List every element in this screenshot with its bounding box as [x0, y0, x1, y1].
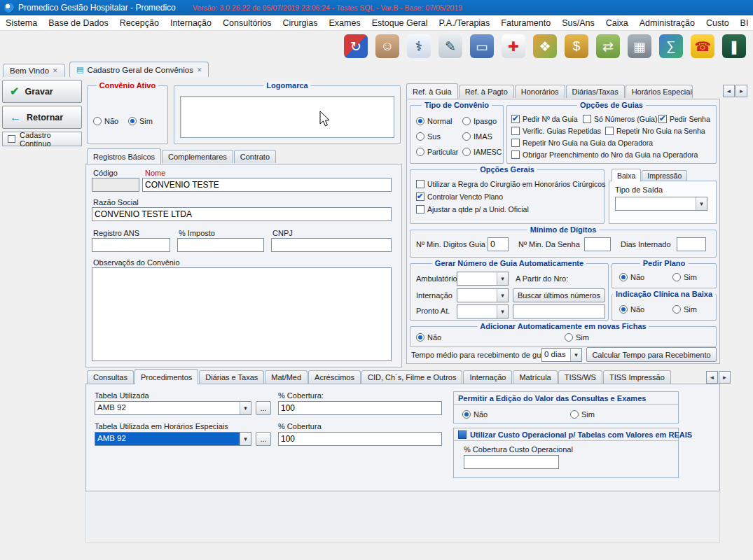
checkbox-repetir-nro-senha[interactable]: Repetir Nro Guia na Senha	[605, 127, 705, 135]
tab-cid-chs-filme[interactable]: CID, Ch´s, Filme e Outros	[361, 370, 463, 384]
book-icon[interactable]: ❚	[722, 34, 746, 58]
radio-permitir-nao[interactable]: Não	[462, 410, 488, 419]
bed-icon[interactable]: ▭	[470, 34, 494, 58]
ambulatorio-select[interactable]: ▾	[457, 272, 509, 286]
cobertura2-field[interactable]	[278, 432, 442, 446]
radio-indicacao-sim[interactable]: Sim	[672, 305, 697, 314]
menu-custo[interactable]: Custo	[700, 18, 735, 28]
menu-sistema[interactable]: Sistema	[0, 18, 43, 28]
razao-social-field[interactable]	[92, 207, 392, 221]
radio-adicionar-nao[interactable]: Não	[416, 333, 441, 342]
close-icon[interactable]: ✕	[53, 67, 58, 74]
map-icon[interactable]: ❖	[533, 34, 557, 58]
tab-acrescimos[interactable]: Acréscimos	[308, 370, 361, 384]
tab-tiss-impressao[interactable]: TISS Impressão	[603, 370, 671, 384]
calculator-icon[interactable]: ∑	[659, 34, 683, 58]
tab-cadastro-convenios[interactable]: ▤ Cadastro Geral de Convênios ✕	[69, 62, 209, 77]
checkbox-repetir-nro-guia-operadora[interactable]: Repetir Nro Guia na Guia da Operadora	[511, 139, 653, 147]
tabela-browse-button[interactable]: ...	[256, 401, 271, 415]
menu-bi[interactable]: BI	[735, 18, 753, 28]
min-digitos-guia-field[interactable]	[488, 237, 509, 251]
checkbox-pedir-senha[interactable]: Pedir Senha	[658, 115, 710, 123]
tab-procedimentos[interactable]: Procedimentos	[134, 369, 198, 384]
cadastro-continuo-toggle[interactable]: Cadastro Contínuo	[2, 132, 82, 146]
retornar-button[interactable]: ← Retornar	[2, 106, 82, 129]
tabela-utilizada-select[interactable]: AMB 92▾	[95, 401, 251, 415]
tempo-medio-select[interactable]: 0 dias▾	[541, 348, 582, 362]
menu-estoque-geral[interactable]: Estoque Geral	[366, 18, 434, 28]
tab-impressao[interactable]: Impressão	[642, 170, 687, 181]
checkbox-regra-cirurgiao[interactable]: Utilizar a Regra do Cirurgião em Honorár…	[416, 180, 605, 188]
cobertura-field[interactable]	[278, 401, 442, 415]
menu-pa-terapias[interactable]: P.A./Terapias	[434, 18, 496, 28]
tab-tiss-ws[interactable]: TISS/WS	[558, 370, 602, 384]
checkbox-so-numeros[interactable]: Só Números (Guia)	[583, 115, 657, 123]
tabela-especiais-select[interactable]: AMB 92▾	[95, 432, 251, 446]
radio-convenio-sim[interactable]: Sim	[128, 117, 153, 125]
tab-diarias-taxas[interactable]: Diárias/Taxas	[566, 85, 625, 98]
bottom-tab-scroll-left-icon[interactable]: ◄	[706, 371, 718, 384]
tab-honorarios[interactable]: Honorários	[515, 85, 565, 98]
close-icon[interactable]: ✕	[197, 66, 202, 74]
radio-imas[interactable]: IMAS	[462, 132, 492, 141]
radio-permitir-sim[interactable]: Sim	[570, 410, 595, 419]
tab-registros-basicos[interactable]: Registros Básicos	[87, 148, 161, 164]
tab-scroll-right-icon[interactable]: ►	[735, 85, 747, 97]
tab-matricula[interactable]: Matrícula	[513, 370, 557, 384]
pronto-at-select[interactable]: ▾	[457, 304, 509, 318]
bottom-tab-scroll-right-icon[interactable]: ►	[719, 371, 731, 384]
checkbox-obrigar-preenchimento[interactable]: Obrigar Preenchimento do Nro da Guia na …	[511, 150, 698, 159]
tab-scroll-left-icon[interactable]: ◄	[723, 85, 735, 97]
menu-sus-ans[interactable]: Sus/Ans	[556, 18, 600, 28]
checkbox-ajustar-qtde[interactable]: Ajustar a qtde p/ a Unid. Oficial	[416, 205, 529, 214]
tipo-saida-select[interactable]: ▾	[615, 197, 707, 211]
tab-internacao[interactable]: Internação	[463, 370, 512, 384]
tabela-especiais-browse-button[interactable]: ...	[256, 432, 271, 446]
reception-icon[interactable]: ☺	[375, 34, 399, 58]
tab-bem-vindo[interactable]: Bem Vindo ✕	[3, 64, 65, 77]
menu-exames[interactable]: Exames	[324, 18, 366, 28]
imposto-field[interactable]	[177, 238, 264, 252]
radio-pedir-plano-sim[interactable]: Sim	[672, 273, 697, 281]
tab-baixa[interactable]: Baixa	[612, 169, 641, 181]
transfer-icon[interactable]: ⇄	[596, 34, 620, 58]
checkbox-pedir-numero-guia[interactable]: Pedir Nº da Guia	[511, 115, 578, 123]
radio-indicacao-nao[interactable]: Não	[619, 305, 644, 314]
dias-internado-field[interactable]	[677, 237, 706, 251]
ambulance-icon[interactable]: ✚	[502, 34, 525, 58]
radio-adicionar-sim[interactable]: Sim	[565, 333, 589, 342]
checkbox-verific-guias-repetidas[interactable]: Verific. Guias Repetidas	[511, 127, 601, 135]
nome-field[interactable]	[142, 178, 392, 192]
observacoes-textarea[interactable]	[92, 267, 392, 361]
sync-icon[interactable]: ↻	[344, 34, 368, 58]
phone-icon[interactable]: ☎	[691, 34, 714, 58]
logomarca-canvas[interactable]	[180, 96, 394, 138]
registro-ans-field[interactable]	[92, 238, 170, 252]
exams-icon[interactable]: ✎	[438, 34, 462, 58]
codigo-field[interactable]	[92, 178, 139, 192]
radio-normal[interactable]: Normal	[416, 117, 452, 125]
menu-administracao[interactable]: Administração	[634, 18, 700, 28]
radio-iamesc[interactable]: IAMESC	[462, 148, 502, 156]
menu-consultorios[interactable]: Consultórios	[217, 18, 277, 28]
gravar-button[interactable]: ✔ Gravar	[2, 80, 82, 103]
calcular-tempo-button[interactable]: Calcular Tempo para Recebimento	[586, 347, 717, 362]
tab-diarias-e-taxas[interactable]: Diárias e Taxas	[199, 370, 264, 384]
radio-pedir-plano-nao[interactable]: Não	[619, 273, 644, 281]
tab-ref-a-guia[interactable]: Ref. à Guia	[406, 83, 458, 99]
radio-ipasgo[interactable]: Ipasgo	[462, 117, 497, 125]
menu-caixa[interactable]: Caixa	[600, 18, 634, 28]
doctor-icon[interactable]: ⚕	[407, 34, 431, 58]
menu-recepcao[interactable]: Recepção	[114, 18, 165, 28]
tab-horarios-especiais[interactable]: Horários Especiais	[626, 85, 693, 98]
radio-particular[interactable]: Particular	[416, 148, 458, 156]
tab-ref-a-pagto[interactable]: Ref. à Pagto	[459, 85, 514, 98]
radio-convenio-nao[interactable]: Não	[93, 117, 118, 125]
checkbox-controlar-vencto[interactable]: Controlar Vencto Plano	[416, 192, 503, 201]
min-senha-field[interactable]	[584, 237, 611, 251]
tab-complementares[interactable]: Complementares	[162, 150, 233, 163]
tab-contrato[interactable]: Contrato	[234, 150, 276, 163]
cnpj-field[interactable]	[271, 238, 392, 252]
safe-icon[interactable]: ▦	[628, 34, 651, 58]
internacao-select[interactable]: ▾	[457, 288, 509, 302]
